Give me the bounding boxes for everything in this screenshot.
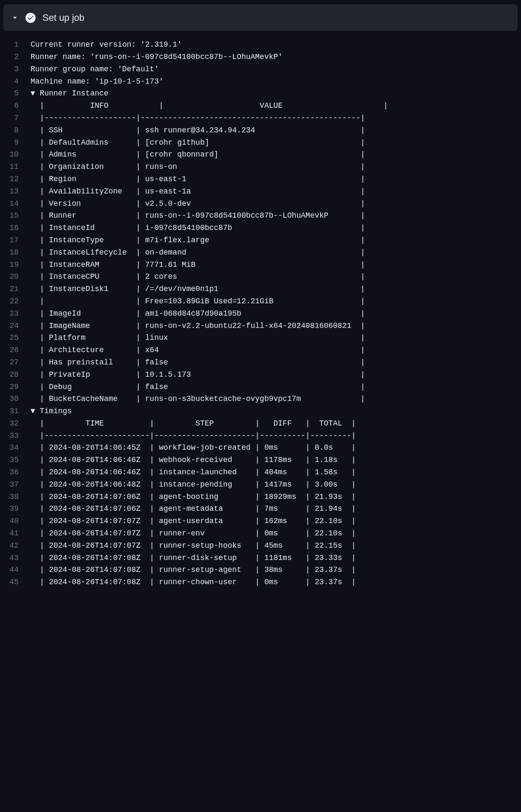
log-line-content: | InstanceId | i-097c8d54100bcc87b | <box>31 222 365 234</box>
line-number: 35 <box>0 454 31 466</box>
log-line-content: | 2024-08-26T14:07:07Z | runner-setup-ho… <box>31 540 356 552</box>
line-number: 1 <box>0 39 31 51</box>
log-line: 20 | InstanceCPU | 2 cores | <box>0 271 521 283</box>
log-line-content: | InstanceDisk1 | /=/dev/nvme0n1p1 | <box>31 283 365 295</box>
line-number: 41 <box>0 527 31 540</box>
log-line-content: | ImageId | ami-068d84c87d90a195b | <box>31 308 365 320</box>
line-number: 33 <box>0 430 31 442</box>
log-line: 22 | | Free=103.89GiB Used=12.21GiB | <box>0 295 521 308</box>
log-line-content: | | Free=103.89GiB Used=12.21GiB | <box>31 295 365 308</box>
line-number: 14 <box>0 198 31 210</box>
log-line: 21 | InstanceDisk1 | /=/dev/nvme0n1p1 | <box>0 283 521 295</box>
log-line: 39 | 2024-08-26T14:07:06Z | agent-metada… <box>0 503 521 515</box>
log-line-content: | Platform | linux | <box>31 332 365 344</box>
log-line-content: Machine name: 'ip-10-1-5-173' <box>31 76 163 88</box>
line-number: 13 <box>0 185 31 198</box>
line-number: 3 <box>0 63 31 76</box>
log-line-content: | BucketCacheName | runs-on-s3bucketcach… <box>31 393 365 405</box>
log-section-header: ▼ Runner Instance <box>31 87 109 100</box>
log-line-content: | AvailabilityZone | us-east-1a | <box>31 185 365 198</box>
log-line-content: |-----------------------|---------------… <box>31 430 356 442</box>
line-number: 11 <box>0 161 31 173</box>
line-number: 28 <box>0 369 31 381</box>
line-number: 43 <box>0 552 31 564</box>
line-number: 31 <box>0 405 31 417</box>
log-line: 1Current runner version: '2.319.1' <box>0 39 521 51</box>
log-line-content: | Runner | runs-on--i-097c8d54100bcc87b-… <box>31 210 365 222</box>
log-line: 26 | Architecture | x64 | <box>0 344 521 356</box>
log-line-content: | Admins | [crohr qbonnard] | <box>31 148 365 161</box>
line-number: 42 <box>0 540 31 552</box>
log-line-content: | Has preinstall | false | <box>31 356 365 369</box>
log-line: 28 | PrivateIp | 10.1.5.173 | <box>0 369 521 381</box>
line-number: 6 <box>0 100 31 112</box>
line-number: 5 <box>0 87 31 100</box>
log-line: 18 | InstanceLifecycle | on-demand | <box>0 246 521 259</box>
log-line: 7 |--------------------|----------------… <box>0 112 521 124</box>
log-line-content: |--------------------|------------------… <box>31 112 365 124</box>
log-line[interactable]: 31▼ Timings <box>0 405 521 417</box>
chevron-down-icon[interactable] <box>11 14 19 22</box>
line-number: 23 <box>0 308 31 320</box>
log-line-content: | Debug | false | <box>31 381 365 393</box>
log-line-content: | Region | us-east-1 | <box>31 173 365 185</box>
line-number: 9 <box>0 137 31 149</box>
log-line-content: | 2024-08-26T14:07:08Z | runner-chown-us… <box>31 576 356 588</box>
log-line-content: | InstanceLifecycle | on-demand | <box>31 246 365 259</box>
log-line-content: | Organization | runs-on | <box>31 161 365 173</box>
log-line: 19 | InstanceRAM | 7771.61 MiB | <box>0 259 521 271</box>
log-line-content: | 2024-08-26T14:06:46Z | instance-launch… <box>31 466 356 479</box>
line-number: 24 <box>0 320 31 332</box>
log-output: 1Current runner version: '2.319.1'2Runne… <box>0 31 521 588</box>
log-line: 42 | 2024-08-26T14:07:07Z | runner-setup… <box>0 540 521 552</box>
log-line-content: | 2024-08-26T14:07:07Z | agent-userdata … <box>31 515 356 527</box>
log-line: 9 | DefaultAdmins | [crohr github] | <box>0 137 521 149</box>
log-line[interactable]: 5▼ Runner Instance <box>0 87 521 100</box>
log-line: 24 | ImageName | runs-on-v2.2-ubuntu22-f… <box>0 320 521 332</box>
log-line: 38 | 2024-08-26T14:07:06Z | agent-bootin… <box>0 491 521 503</box>
log-line-content: | InstanceRAM | 7771.61 MiB | <box>31 259 365 271</box>
log-line: 30 | BucketCacheName | runs-on-s3bucketc… <box>0 393 521 405</box>
step-title: Set up job <box>42 10 84 25</box>
log-line-content: | SSH | ssh runner@34.234.94.234 | <box>31 124 365 137</box>
line-number: 21 <box>0 283 31 295</box>
line-number: 34 <box>0 442 31 454</box>
log-line-content: | InstanceCPU | 2 cores | <box>31 271 365 283</box>
log-line-content: | 2024-08-26T14:07:06Z | agent-booting |… <box>31 491 356 503</box>
log-line-content: | ImageName | runs-on-v2.2-ubuntu22-full… <box>31 320 365 332</box>
log-line-content: Runner group name: 'Default' <box>31 63 159 76</box>
log-line-content: | TIME | STEP | DIFF | TOTAL | <box>31 417 356 430</box>
log-line: 35 | 2024-08-26T14:06:46Z | webhook-rece… <box>0 454 521 466</box>
log-line: 36 | 2024-08-26T14:06:46Z | instance-lau… <box>0 466 521 479</box>
line-number: 15 <box>0 210 31 222</box>
line-number: 25 <box>0 332 31 344</box>
line-number: 20 <box>0 271 31 283</box>
line-number: 32 <box>0 417 31 430</box>
log-line: 10 | Admins | [crohr qbonnard] | <box>0 148 521 161</box>
log-line-content: Runner name: 'runs-on--i-097c8d54100bcc8… <box>31 51 283 63</box>
log-line-content: Current runner version: '2.319.1' <box>31 39 182 51</box>
log-line: 13 | AvailabilityZone | us-east-1a | <box>0 185 521 198</box>
log-line-content: | 2024-08-26T14:06:48Z | instance-pendin… <box>31 479 356 491</box>
line-number: 10 <box>0 148 31 161</box>
line-number: 27 <box>0 356 31 369</box>
log-line-content: | DefaultAdmins | [crohr github] | <box>31 137 365 149</box>
line-number: 26 <box>0 344 31 356</box>
line-number: 36 <box>0 466 31 479</box>
log-line-content: | InstanceType | m7i-flex.large | <box>31 234 365 246</box>
log-line: 32 | TIME | STEP | DIFF | TOTAL | <box>0 417 521 430</box>
log-line: 33 |-----------------------|------------… <box>0 430 521 442</box>
check-success-icon <box>25 13 36 23</box>
line-number: 38 <box>0 491 31 503</box>
job-step-header[interactable]: Set up job <box>3 4 518 31</box>
log-line: 44 | 2024-08-26T14:07:08Z | runner-setup… <box>0 564 521 576</box>
line-number: 12 <box>0 173 31 185</box>
log-line: 14 | Version | v2.5.0-dev | <box>0 198 521 210</box>
log-line: 16 | InstanceId | i-097c8d54100bcc87b | <box>0 222 521 234</box>
log-line-content: | 2024-08-26T14:07:07Z | runner-env | 0m… <box>31 527 356 540</box>
log-line: 12 | Region | us-east-1 | <box>0 173 521 185</box>
line-number: 19 <box>0 259 31 271</box>
line-number: 45 <box>0 576 31 588</box>
line-number: 16 <box>0 222 31 234</box>
log-line: 17 | InstanceType | m7i-flex.large | <box>0 234 521 246</box>
